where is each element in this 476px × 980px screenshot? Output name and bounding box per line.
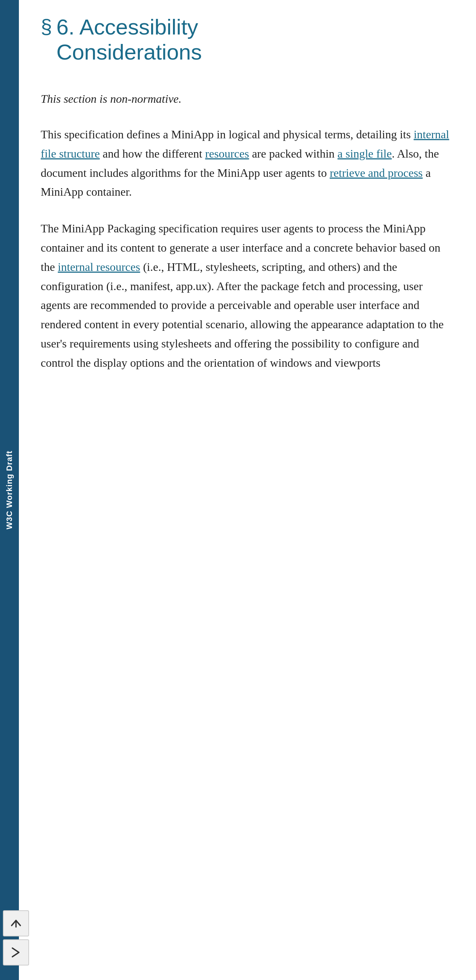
up-arrow-icon xyxy=(10,917,22,930)
para1-text1: This specification defines a MiniApp in … xyxy=(41,128,414,141)
section-title-line1: 6. Accessibility xyxy=(56,15,198,39)
content-section: This section is non-normative. This spec… xyxy=(41,83,454,372)
bottom-navigation xyxy=(0,910,32,966)
nav-up-button[interactable] xyxy=(3,910,29,936)
para2-text2: (i.e., HTML, stylesheets, scripting, and… xyxy=(41,260,444,369)
section-title-line2: Considerations xyxy=(56,40,202,64)
section-title: 6. Accessibility Considerations xyxy=(56,14,202,65)
non-normative-notice: This section is non-normative. xyxy=(41,90,454,108)
section-heading: § 6. Accessibility Considerations xyxy=(41,14,454,65)
para1-text2: and how the different xyxy=(100,147,205,160)
nav-right-button[interactable] xyxy=(3,939,29,966)
resources-link[interactable]: resources xyxy=(205,147,249,160)
paragraph-1: This specification defines a MiniApp in … xyxy=(41,125,454,202)
internal-resources-link[interactable]: internal resources xyxy=(58,260,140,274)
retrieve-and-process-link[interactable]: retrieve and process xyxy=(329,166,423,179)
right-arrow-icon xyxy=(10,946,22,959)
para1-text3: are packed within xyxy=(249,147,337,160)
sidebar: W3C Working Draft xyxy=(0,0,19,980)
sidebar-label: W3C Working Draft xyxy=(5,450,14,530)
section-symbol: § xyxy=(41,15,52,38)
main-content: § 6. Accessibility Considerations This s… xyxy=(19,0,476,980)
single-file-link[interactable]: a single file xyxy=(337,147,392,160)
paragraph-2: The MiniApp Packaging specification requ… xyxy=(41,219,454,372)
